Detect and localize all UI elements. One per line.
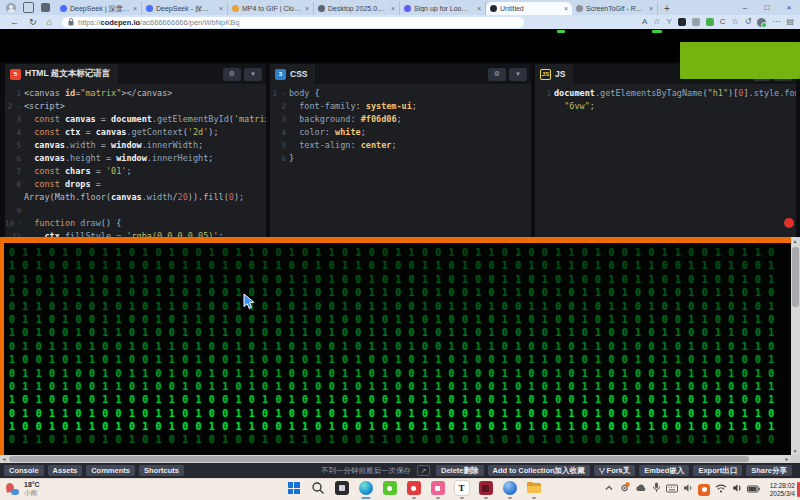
browser-tab[interactable]: DeepSeek - 探索未至之境× <box>142 2 228 15</box>
footer-button-shortcuts[interactable]: Shortcuts <box>139 465 184 476</box>
footer-action-button[interactable]: Fork叉 <box>594 465 636 476</box>
taskbar-pink-app[interactable] <box>430 481 445 499</box>
taskbar-t-app[interactable]: T <box>454 481 469 499</box>
taskbar-maroon-app[interactable] <box>478 481 493 499</box>
footer-action-button[interactable]: Delete删除 <box>436 465 484 476</box>
tab-close-icon[interactable]: × <box>477 5 481 12</box>
speaker-icon[interactable] <box>683 483 693 497</box>
weather-widget[interactable]: 18°C 小雨 <box>6 481 40 497</box>
workspaces-icon[interactable] <box>23 2 34 13</box>
scroll-up-arrow[interactable]: ▲ <box>791 237 799 245</box>
home-icon[interactable]: ⌂ <box>47 17 52 27</box>
editor-panels: 5HTML 超文本标记语言⚙▾1<canvas id="matrix"></ca… <box>0 62 800 237</box>
taskbar-dark-app[interactable] <box>334 481 349 499</box>
code-text: canvas.width = window.innerWidth; <box>24 139 203 152</box>
error-badge[interactable] <box>784 218 794 228</box>
more-icon[interactable]: ⋯ <box>772 17 780 27</box>
close-button[interactable]: × <box>778 3 800 12</box>
code-line: 2 -<script> <box>5 100 266 113</box>
history-icon[interactable]: ↺ <box>745 17 752 27</box>
footer-action-button[interactable]: Share分享 <box>746 465 792 476</box>
vertical-scrollbar[interactable]: ▲ ▼ <box>791 237 800 455</box>
panel-tab[interactable]: 5HTML 超文本标记语言 <box>5 64 118 84</box>
browser-profile-avatar[interactable] <box>6 3 16 13</box>
browser-tab[interactable]: ScreenToGif - Record you× <box>572 2 658 15</box>
code-editor[interactable]: 1document.getElementsByTagName("h1")[0].… <box>535 84 796 237</box>
tab-close-icon[interactable]: × <box>219 5 223 12</box>
gear-badge-icon[interactable] <box>619 482 630 497</box>
sidebar-icon[interactable]: ▤ <box>786 17 794 27</box>
code-text: <canvas id="matrix"></canvas> <box>24 87 172 100</box>
favorites-icon[interactable]: ☆ <box>653 17 660 27</box>
minimize-button[interactable]: – <box>734 3 756 12</box>
chevron-up-icon[interactable] <box>604 483 614 497</box>
address-bar[interactable]: https://codepen.io/ac666666666/pen/WbNpK… <box>62 17 524 28</box>
translate-icon[interactable]: Y <box>666 17 671 27</box>
taskbar-file-explorer[interactable] <box>526 481 541 499</box>
cloud-icon[interactable] <box>635 483 647 497</box>
footer-action-button[interactable]: Embed嵌入 <box>639 465 689 476</box>
browser-tab[interactable]: Sign up for Loom | Loom× <box>400 2 486 15</box>
panel-collapse-icon[interactable]: ▾ <box>509 68 527 81</box>
extension-circle-icon[interactable]: C <box>720 17 726 27</box>
taskbar-green-app[interactable] <box>382 481 397 499</box>
tab-actions-icon[interactable] <box>41 3 50 12</box>
footer-button-comments[interactable]: Comments <box>86 465 135 476</box>
browser-tab[interactable]: DeepSeek | 深度求索× <box>56 2 142 15</box>
panel-tab[interactable]: 3CSS <box>270 64 315 84</box>
open-editor-icon[interactable]: ↗ <box>417 465 430 476</box>
panel-collapse-icon[interactable]: ▾ <box>244 68 262 81</box>
tab-close-icon[interactable]: × <box>133 5 137 12</box>
panel-tab[interactable]: JSJS <box>535 64 573 84</box>
profile-icon[interactable] <box>757 18 766 27</box>
vertical-scroll-thumb[interactable] <box>792 247 799 307</box>
taskbar-red-app[interactable] <box>406 481 421 499</box>
screentogif-icon[interactable] <box>698 484 710 496</box>
horizontal-scrollbar[interactable]: ◄ ► <box>0 455 791 463</box>
restore-button[interactable]: □ <box>756 3 778 12</box>
horizontal-scroll-thumb[interactable] <box>9 456 749 462</box>
panel-header: 3CSS⚙▾ <box>270 64 531 84</box>
browser-tab[interactable]: Untitled× <box>486 2 572 15</box>
line-number: 10 - <box>5 217 24 230</box>
taskbar-edge-browser[interactable] <box>358 481 373 499</box>
collections-icon[interactable]: ☆ <box>732 17 739 27</box>
footer-button-console[interactable]: Console <box>4 465 44 476</box>
wifi-icon[interactable] <box>715 483 727 497</box>
footer-action-button[interactable]: Add to Collection加入收藏 <box>488 465 590 476</box>
recording-overlay <box>680 42 800 79</box>
scroll-right-arrow[interactable]: ► <box>783 455 791 463</box>
code-line: 2 font-family: system-ui; <box>270 100 531 113</box>
scroll-down-arrow[interactable]: ▼ <box>791 447 799 455</box>
tab-close-icon[interactable]: × <box>649 5 653 12</box>
footer-action-button[interactable]: Export出口 <box>693 465 742 476</box>
tab-close-icon[interactable]: × <box>391 5 395 12</box>
taskbar-start-button[interactable] <box>286 481 301 499</box>
taskbar-blue-app[interactable] <box>502 481 517 499</box>
taskbar-clock[interactable]: 12:28:02 2025/3/4 <box>770 482 795 498</box>
panel-gear-icon[interactable]: ⚙ <box>488 68 506 81</box>
browser-tab[interactable]: Desktop 2025.03.04 - 52× <box>314 2 400 15</box>
extension-green-icon[interactable] <box>706 18 714 26</box>
new-tab-button[interactable]: + <box>664 3 670 14</box>
browser-tab[interactable]: MP4 to GIF | CloudConvert× <box>228 2 314 15</box>
panel-gear-icon[interactable]: ⚙ <box>223 68 241 81</box>
refresh-icon[interactable]: ↻ <box>29 17 37 27</box>
mic-icon[interactable] <box>652 482 661 497</box>
code-editor[interactable]: 1 -body {2 font-family: system-ui;3 back… <box>270 84 531 237</box>
extension-dark-icon[interactable] <box>678 18 686 26</box>
extension-ghost-icon[interactable] <box>692 18 700 26</box>
tab-close-icon[interactable]: × <box>564 5 568 12</box>
battery-icon[interactable] <box>747 483 760 497</box>
tab-close-icon[interactable]: × <box>305 5 309 12</box>
keyboard-icon[interactable] <box>666 483 678 497</box>
tab-title: DeepSeek - 探索未至之境 <box>156 4 216 14</box>
read-aloud-icon[interactable]: A <box>642 17 647 27</box>
footer-button-assets[interactable]: Assets <box>48 465 83 476</box>
scroll-left-arrow[interactable]: ◄ <box>0 455 8 463</box>
back-icon[interactable]: ← <box>10 17 19 27</box>
volume-icon[interactable] <box>732 483 742 497</box>
tab-title: Untitled <box>500 5 561 12</box>
taskbar-search-button[interactable] <box>310 481 325 499</box>
code-editor[interactable]: 1<canvas id="matrix"></canvas>2 -<script… <box>5 84 266 237</box>
